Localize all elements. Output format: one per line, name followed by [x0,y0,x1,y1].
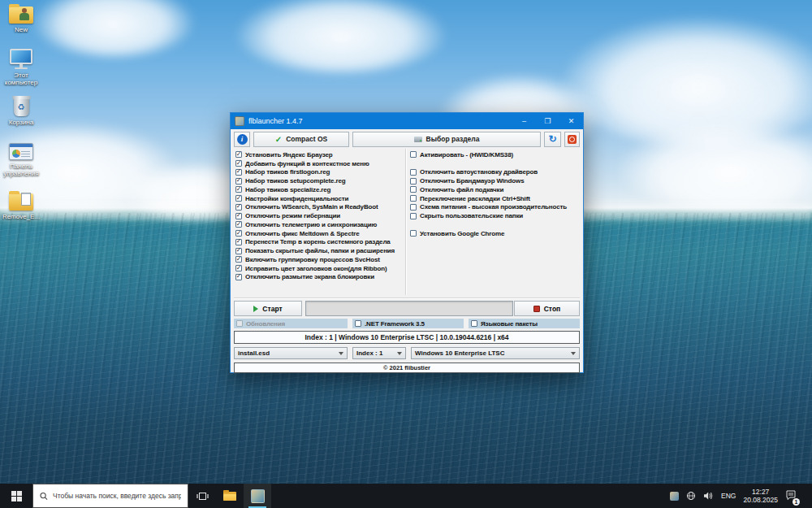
option-row[interactable]: Скрыть пользовательские папки [410,211,581,220]
option-row[interactable]: Отключить фикс Meltdown & Spectre [235,229,406,238]
option-row[interactable]: Отключить телеметрию и синхронизацию [235,220,406,229]
index-select[interactable]: Index : 1 [352,347,406,359]
checkbox[interactable] [235,248,242,254]
checkbox[interactable] [235,169,242,176]
option-row[interactable]: Активировать - (HWID/KMS38) [410,150,581,159]
option-row[interactable]: Добавить функций в контекстное меню [235,159,406,168]
checkbox[interactable] [235,195,242,202]
flblauncher-taskbar-button[interactable] [244,484,271,508]
option-label: Отключить размытие экрана блокировки [245,273,374,280]
computer-icon [10,49,32,69]
checkbox[interactable] [410,178,417,185]
desktop-icon-control-panel[interactable]: Панель управления [0,143,42,177]
checkbox[interactable] [235,151,242,158]
checkbox[interactable] [471,320,477,327]
option-row[interactable]: Отключить WSearch, SysMain и ReadyBoot [235,203,406,212]
file-explorer-button[interactable] [216,484,244,508]
checkbox[interactable] [235,230,242,237]
checkbox[interactable] [235,204,242,211]
checkbox[interactable] [235,186,242,193]
option-row[interactable]: Настройки конфиденциальности [235,194,406,203]
checkbox[interactable] [355,320,361,327]
tray-app-icon[interactable] [670,492,679,501]
checkbox[interactable] [235,160,242,167]
option-row[interactable]: Включить группировку процессов SvcHost [235,255,406,264]
checkbox[interactable] [410,213,417,219]
image-file-select[interactable]: install.esd [234,347,348,359]
option-row[interactable]: Исправить цвет заголовков окон(для Ribbo… [235,264,406,273]
start-menu-button[interactable] [0,484,32,508]
option-label: Отключить режим гибернации [245,212,340,219]
option-row[interactable]: Отключить Брандмауэр Windows [410,176,581,185]
checkbox[interactable] [410,230,417,237]
option-row[interactable]: Схема питания - высокая производительнос… [410,203,581,212]
taskbar-search[interactable] [32,484,188,508]
checkbox[interactable] [235,239,242,245]
checkbox[interactable] [235,178,242,185]
maximize-button[interactable]: ❐ [536,113,559,129]
option-row[interactable]: Переключение раскладки Ctrl+Shift [410,194,581,203]
index-value: Index : 1 [356,350,382,357]
option-row[interactable]: Установить Яндекс Браузер [235,150,406,159]
edition-select[interactable]: Windows 10 Enterprise LTSC [411,347,580,359]
desktop-icon-label: New [15,26,28,33]
option-row[interactable]: Набор твиков setupcomplete.reg [235,176,406,185]
checkbox[interactable] [410,204,417,211]
desktop-icon-remove-folder[interactable]: Remove_E... [0,193,42,220]
extras-row: Обновления .NET Framework 3.5 Языковые п… [234,319,580,328]
option-row[interactable]: Отключить размытие экрана блокировки [235,273,406,282]
checkbox[interactable] [410,186,417,193]
start-label: Старт [262,305,282,313]
window-titlebar[interactable]: flblauncher 1.4.7 – ❐ ✕ [231,113,583,129]
desktop-icon-new[interactable]: New [0,7,42,33]
option-row[interactable]: Отключить режим гибернации [235,211,406,220]
checkbox[interactable] [235,274,242,280]
language-packs-option[interactable]: Языковые пакеты [469,319,580,328]
desktop-icon-this-pc[interactable]: Этот компьютер [0,49,42,86]
desktop-icon-label: Remove_E... [2,213,40,220]
network-globe-icon[interactable] [686,491,696,501]
pie-chart-glyph [12,150,20,158]
checkbox[interactable] [410,169,417,176]
option-row[interactable]: Перенести Temp в корень системного разде… [235,238,406,247]
net-framework-label: .NET Framework 3.5 [365,320,425,328]
option-row[interactable]: Отключить автоустановку драйверов [410,168,581,177]
net-framework-option[interactable]: .NET Framework 3.5 [352,319,464,328]
close-button[interactable]: ✕ [559,113,583,129]
language-indicator[interactable]: ENG [721,492,736,500]
system-tray: ENG 12:27 20.08.2025 1 [670,484,812,508]
option-row[interactable]: Отключить файл подкачки [410,185,581,194]
option-row[interactable]: Набор твиков firstlogon.reg [235,168,406,177]
task-view-button[interactable] [188,484,216,508]
drive-icon [414,137,422,142]
checkbox[interactable] [235,265,242,271]
checkbox[interactable] [235,221,242,228]
checkbox[interactable] [235,256,242,263]
checkbox[interactable] [410,151,417,158]
info-button[interactable]: i [234,132,250,147]
copyright-footer: © 2021 flibustier [234,363,580,373]
refresh-button[interactable]: ↻ [544,132,561,147]
recycle-glyph: ♻ [18,103,25,111]
power-button[interactable] [564,132,580,147]
task-view-icon [197,491,209,501]
action-center-button[interactable]: 1 [785,488,797,503]
volume-icon[interactable] [703,491,714,501]
panel-lines [21,151,30,157]
option-row[interactable]: Установить Google Chrome [410,229,581,238]
cloud [235,0,447,73]
checkbox[interactable] [410,195,417,202]
option-row[interactable]: Показать скрытые файлы, папки и расширен… [235,246,406,255]
desktop-icon-recycle-bin[interactable]: ♻ Корзина [0,98,42,126]
minimize-button[interactable]: – [512,113,536,129]
stop-button[interactable]: Стоп [514,301,580,316]
power-icon [568,135,577,144]
search-input[interactable] [53,492,181,500]
compact-os-button[interactable]: ✓ Compact OS [253,132,349,147]
checkbox[interactable] [235,213,242,219]
option-row[interactable]: Набор твиков specialize.reg [235,185,406,194]
partition-select-button[interactable]: Выбор раздела [352,132,541,147]
clock[interactable]: 12:27 20.08.2025 [743,488,778,504]
start-button[interactable]: Старт [234,301,302,316]
option-label: Отключить фикс Meltdown & Spectre [245,230,359,237]
